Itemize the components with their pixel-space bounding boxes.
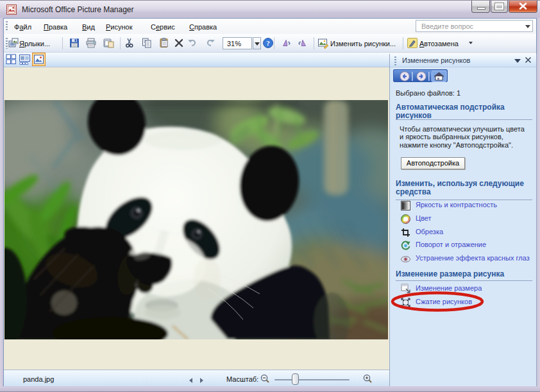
svg-text:?: ? <box>266 39 270 47</box>
